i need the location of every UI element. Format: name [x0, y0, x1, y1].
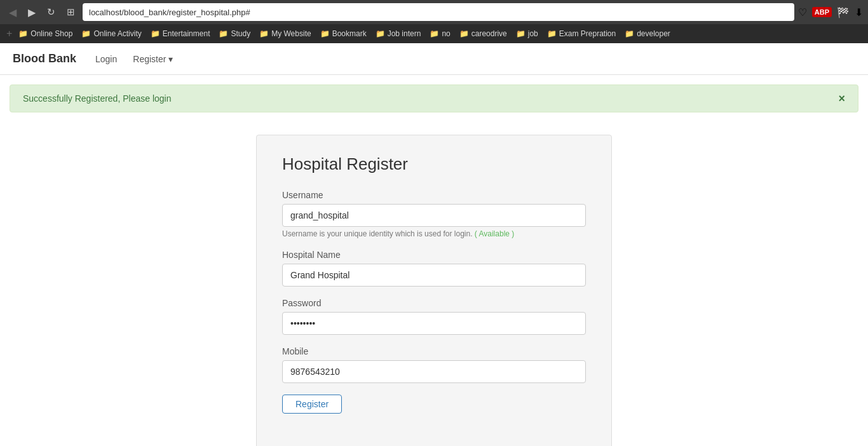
- bookmarks-separator: +: [6, 28, 12, 39]
- bookmark-job[interactable]: 📁 job: [512, 28, 542, 39]
- bookmark-job-intern[interactable]: 📁 Job intern: [372, 28, 425, 39]
- brand-link[interactable]: Blood Bank: [13, 52, 76, 65]
- folder-icon: 📁: [259, 29, 269, 38]
- bookmark-my-website[interactable]: 📁 My Website: [255, 28, 315, 39]
- hospital-name-label: Hospital Name: [282, 250, 586, 260]
- bookmark-label: Online Shop: [31, 29, 72, 38]
- navbar: Blood Bank Login Register ▾: [0, 43, 868, 75]
- bookmark-online-shop[interactable]: 📁 Online Shop: [15, 28, 76, 39]
- refresh-button[interactable]: ↻: [43, 5, 59, 19]
- register-dropdown[interactable]: Register ▾: [126, 50, 179, 68]
- browser-icons: ♡ ABP 🏁 ⬇: [798, 6, 863, 18]
- folder-icon: 📁: [376, 29, 385, 38]
- navbar-nav: Login Register ▾: [89, 50, 179, 68]
- password-label: Password: [282, 298, 586, 308]
- folder-icon: 📁: [547, 29, 557, 38]
- folder-icon: 📁: [459, 29, 469, 38]
- bookmark-no[interactable]: 📁 no: [426, 28, 454, 39]
- folder-icon: 📁: [516, 29, 526, 38]
- password-group: Password: [282, 298, 586, 335]
- form-title: Hospital Register: [282, 154, 586, 174]
- bookmark-label: Entertainment: [163, 29, 210, 38]
- username-label: Username: [282, 190, 586, 200]
- hospital-name-input[interactable]: [282, 264, 586, 287]
- dropdown-arrow-icon: ▾: [168, 54, 173, 64]
- alert-close-button[interactable]: ×: [838, 93, 845, 104]
- bookmark-developer[interactable]: 📁 developer: [621, 28, 674, 39]
- grid-button[interactable]: ⊞: [63, 5, 79, 19]
- username-help: Username is your unique identity which i…: [282, 229, 586, 238]
- mobile-label: Mobile: [282, 346, 586, 356]
- bookmark-label: careodrive: [471, 29, 507, 38]
- bookmark-exam-prepration[interactable]: 📁 Exam Prepration: [543, 28, 620, 39]
- form-card: Hospital Register Username Username is y…: [256, 135, 612, 446]
- username-input[interactable]: [282, 204, 586, 227]
- bookmark-label: My Website: [271, 29, 311, 38]
- folder-icon: 📁: [18, 29, 28, 38]
- bookmark-label: Study: [231, 29, 250, 38]
- folder-icon: 📁: [81, 29, 91, 38]
- bookmark-label: no: [442, 29, 450, 38]
- login-link[interactable]: Login: [89, 50, 123, 68]
- bookmark-label: job: [528, 29, 538, 38]
- folder-icon: 📁: [625, 29, 634, 38]
- register-button[interactable]: Register: [282, 395, 342, 414]
- password-input[interactable]: [282, 312, 586, 335]
- username-group: Username Username is your unique identit…: [282, 190, 586, 238]
- download-icon[interactable]: ⬇: [855, 6, 863, 18]
- form-wrapper: Hospital Register Username Username is y…: [0, 122, 868, 446]
- bookmark-study[interactable]: 📁 Study: [215, 28, 254, 39]
- bookmark-label: Bookmark: [332, 29, 367, 38]
- folder-icon: 📁: [430, 29, 439, 38]
- username-available: ( Available ): [475, 229, 514, 238]
- browser-toolbar: ◀ ▶ ↻ ⊞ ♡ ABP 🏁 ⬇: [0, 0, 868, 24]
- mobile-group: Mobile: [282, 346, 586, 383]
- bookmark-careodrive[interactable]: 📁 careodrive: [456, 28, 511, 39]
- bookmark-label: developer: [637, 29, 670, 38]
- bookmark-label: Exam Prepration: [559, 29, 616, 38]
- success-alert: Successfully Registered, Please login ×: [10, 84, 858, 112]
- folder-icon: 📁: [320, 29, 330, 38]
- folder-icon: 📁: [151, 29, 160, 38]
- back-button[interactable]: ◀: [5, 5, 20, 20]
- bookmark-heart-icon[interactable]: ♡: [798, 6, 807, 18]
- mobile-input[interactable]: [282, 360, 586, 383]
- bookmarks-bar: + 📁 Online Shop 📁 Online Activity 📁 Ente…: [0, 24, 868, 43]
- folder-icon: 📁: [219, 29, 228, 38]
- register-label: Register: [133, 54, 166, 64]
- forward-button[interactable]: ▶: [24, 5, 39, 20]
- alert-message: Successfully Registered, Please login: [23, 93, 171, 104]
- bookmark-online-activity[interactable]: 📁 Online Activity: [78, 28, 145, 39]
- bookmark-label: Online Activity: [93, 29, 141, 38]
- abp-icon[interactable]: ABP: [812, 7, 832, 17]
- flag-icon[interactable]: 🏁: [837, 6, 850, 18]
- bookmark-label: Job intern: [388, 29, 421, 38]
- bookmark-entertainment[interactable]: 📁 Entertainment: [147, 28, 214, 39]
- hospital-name-group: Hospital Name: [282, 250, 586, 287]
- address-bar[interactable]: [83, 3, 794, 21]
- page-content: Blood Bank Login Register ▾ Successfully…: [0, 43, 868, 446]
- submit-group: Register: [282, 395, 586, 414]
- bookmark-bookmark[interactable]: 📁 Bookmark: [316, 28, 370, 39]
